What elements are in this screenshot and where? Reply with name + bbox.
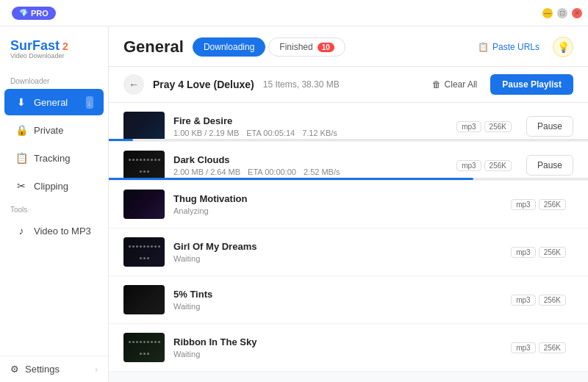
lock-icon: 🔒 <box>15 123 28 137</box>
sidebar-logo: SurFast 2 Video Downloader <box>0 38 108 71</box>
maximize-button[interactable]: □ <box>557 8 567 18</box>
playlist-actions: 🗑 Clear All Pause Playlist <box>426 74 573 95</box>
tab-finished-label: Finished <box>279 42 312 52</box>
thumbnail <box>123 285 165 314</box>
download-item: Ribbon In The Sky Waiting mp3 256K <box>109 324 588 372</box>
item-right: mp3 256K <box>511 199 573 210</box>
quality-tag: 256K <box>484 160 512 171</box>
sidebar-item-tracking[interactable]: 📋 Tracking <box>4 145 104 171</box>
sidebar-footer: ⚙ Settings › <box>0 356 108 382</box>
tracking-icon: 📋 <box>15 151 28 165</box>
pause-button[interactable]: Pause <box>526 155 573 176</box>
format-tags: mp3 256K <box>511 199 566 210</box>
settings-item[interactable]: ⚙ Settings › <box>0 356 108 382</box>
sidebar-item-clipping-label: Clipping <box>34 181 68 192</box>
tab-finished[interactable]: Finished 10 <box>268 37 345 57</box>
sidebar-item-clipping[interactable]: ✂ Clipping <box>4 173 104 199</box>
format-tag: mp3 <box>511 342 535 353</box>
logo-text: SurFast 2 <box>10 38 98 54</box>
lightbulb-button[interactable]: 💡 <box>553 37 573 57</box>
item-speed: 7.12 KB/s <box>302 129 337 137</box>
close-button[interactable]: ✕ <box>572 8 582 18</box>
download-item: 5% Tints Waiting mp3 256K <box>109 276 588 324</box>
sidebar-item-general[interactable]: ⬇ General ↓ <box>4 89 104 115</box>
sidebar-item-video-to-mp3-label: Video to MP3 <box>34 226 91 237</box>
pause-playlist-button[interactable]: Pause Playlist <box>490 74 573 95</box>
back-button[interactable]: ← <box>123 74 144 95</box>
format-tag: mp3 <box>511 199 535 210</box>
item-info: Thug Motivation Analyzing <box>173 193 502 215</box>
format-tags: mp3 256K <box>511 295 566 306</box>
item-right: mp3 256K <box>511 247 573 258</box>
format-tag: mp3 <box>511 295 535 306</box>
trash-icon: 🗑 <box>432 79 441 90</box>
item-title: Ribbon In The Sky <box>173 336 502 347</box>
item-title: 5% Tints <box>173 289 502 300</box>
item-status: Analyzing <box>173 206 502 215</box>
item-status: Waiting <box>173 350 502 358</box>
item-meta: 1.00 KB / 2.19 MB ETA 00:05:14 7.12 KB/s <box>173 129 448 137</box>
music-icon: ♪ <box>15 224 28 237</box>
item-size: 2.00 MB / 2.64 MB <box>173 167 240 176</box>
tab-group: Downloading Finished 10 <box>193 37 345 57</box>
item-info: Dark Clouds 2.00 MB / 2.64 MB ETA 00:00:… <box>173 154 448 176</box>
logo-sub: Video Downloader <box>10 52 98 60</box>
downloader-section-label: Downloader <box>0 71 108 88</box>
item-size: 1.00 KB / 2.19 MB <box>173 129 239 137</box>
format-tags: mp3 256K <box>456 121 512 132</box>
item-title: Fire & Desire <box>173 115 448 126</box>
pause-button[interactable]: Pause <box>526 116 573 137</box>
main-content: General Downloading Finished 10 📋 Paste … <box>109 26 588 382</box>
item-title: Dark Clouds <box>173 154 448 165</box>
sidebar-item-private-label: Private <box>34 125 63 136</box>
settings-label: Settings <box>25 364 60 375</box>
format-tag: mp3 <box>511 247 535 258</box>
progress-bar <box>109 139 588 141</box>
paste-urls-label: Paste URLs <box>492 42 539 52</box>
settings-icon: ⚙ <box>10 364 19 375</box>
download-list: Fire & Desire 1.00 KB / 2.19 MB ETA 00:0… <box>109 103 588 382</box>
lightbulb-icon: 💡 <box>557 41 570 53</box>
item-meta: 2.00 MB / 2.64 MB ETA 00:00:00 2.52 MB/s <box>173 167 448 176</box>
download-box-icon: ↓ <box>86 96 94 109</box>
thumbnail <box>123 112 165 141</box>
download-item: Thug Motivation Analyzing mp3 256K <box>109 181 588 228</box>
sidebar: SurFast 2 Video Downloader Downloader ⬇ … <box>0 26 109 382</box>
format-tag: mp3 <box>456 121 481 132</box>
clipping-icon: ✂ <box>15 179 28 192</box>
header-top: General Downloading Finished 10 📋 Paste … <box>123 37 573 57</box>
clear-all-button[interactable]: 🗑 Clear All <box>426 76 484 93</box>
sidebar-item-tracking-label: Tracking <box>34 153 70 164</box>
format-tag: mp3 <box>456 160 481 171</box>
minimize-button[interactable]: — <box>542 8 553 18</box>
settings-arrow-icon: › <box>95 364 98 375</box>
title-bar: PRO — □ ✕ <box>0 0 588 26</box>
pro-badge[interactable]: PRO <box>12 7 56 20</box>
progress-bar <box>109 178 588 180</box>
sidebar-item-private[interactable]: 🔒 Private <box>4 117 104 143</box>
playlist-name: Pray 4 Love (Deluxe) <box>153 79 254 90</box>
quality-tag: 256K <box>484 121 512 132</box>
tab-downloading[interactable]: Downloading <box>193 37 265 57</box>
item-eta: ETA 00:00:00 <box>248 167 296 176</box>
item-info: Ribbon In The Sky Waiting <box>173 336 502 358</box>
paste-urls-button[interactable]: 📋 Paste URLs <box>472 39 545 55</box>
item-info: 5% Tints Waiting <box>173 289 502 311</box>
item-title: Thug Motivation <box>173 193 502 204</box>
item-right: mp3 256K Pause <box>456 155 573 176</box>
format-tags: mp3 256K <box>511 247 566 258</box>
title-bar-controls: — □ ✕ <box>542 8 582 18</box>
sidebar-item-general-label: General <box>34 97 68 108</box>
item-title: Girl Of My Dreams <box>173 241 502 252</box>
item-eta: ETA 00:05:14 <box>246 129 295 137</box>
download-item: Dark Clouds 2.00 MB / 2.64 MB ETA 00:00:… <box>109 142 588 181</box>
thumbnail <box>123 151 165 180</box>
sidebar-item-video-to-mp3[interactable]: ♪ Video to MP3 <box>4 217 104 244</box>
paste-icon: 📋 <box>478 42 489 52</box>
progress-bar-fill <box>109 139 133 141</box>
thumbnail <box>123 237 165 267</box>
format-tags: mp3 256K <box>456 160 512 171</box>
download-item: Fire & Desire 1.00 KB / 2.19 MB ETA 00:0… <box>109 103 588 142</box>
finished-badge: 10 <box>318 43 334 52</box>
download-icon: ⬇ <box>15 96 28 109</box>
